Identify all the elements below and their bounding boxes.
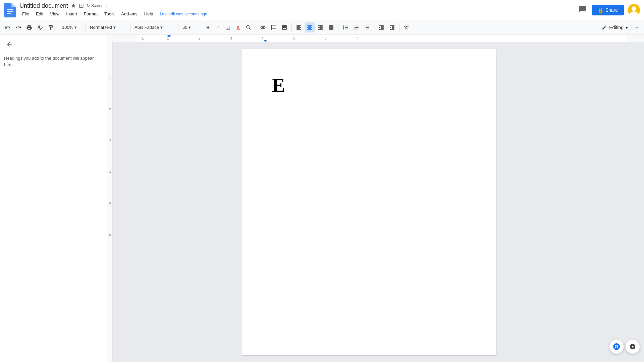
- main-area: Headings you add to the document will ap…: [0, 35, 644, 362]
- document-page[interactable]: E: [241, 49, 496, 355]
- divider-7: [291, 23, 292, 32]
- align-right-button[interactable]: [315, 22, 325, 33]
- right-controls: 🔒 Share: [577, 4, 640, 16]
- spell-check-button[interactable]: [35, 22, 45, 33]
- ruler-indent-marker: [264, 40, 267, 42]
- svg-point-4: [632, 6, 636, 11]
- divider-1: [58, 23, 58, 32]
- svg-rect-1: [7, 11, 13, 12]
- italic-button[interactable]: I: [213, 22, 223, 33]
- zoom-selector[interactable]: 100% ▾: [60, 22, 84, 33]
- zoom-value: 100%: [62, 25, 73, 30]
- ruler-num-neg1: -1: [141, 37, 144, 40]
- increase-indent-button[interactable]: [387, 22, 397, 33]
- ruler-num-2: 2: [199, 37, 201, 40]
- highlight-button[interactable]: [244, 22, 254, 33]
- ruler-track: -1 1 2 3 4 5 6 7: [138, 35, 627, 42]
- decrease-indent-button[interactable]: [376, 22, 386, 33]
- font-chevron: ▾: [160, 25, 163, 30]
- size-value: 60: [182, 25, 187, 30]
- menu-help[interactable]: Help: [142, 10, 156, 18]
- ruler-num-5: 5: [293, 37, 295, 40]
- save-icon: ↻: [87, 3, 90, 8]
- clear-formatting-button[interactable]: [401, 22, 412, 33]
- divider-6: [256, 23, 256, 32]
- zoom-chevron: ▾: [74, 25, 77, 30]
- svg-rect-2: [7, 13, 11, 14]
- share-button[interactable]: 🔒 Share: [592, 5, 624, 15]
- sidebar-back-button[interactable]: [4, 39, 15, 50]
- menu-file[interactable]: File: [19, 10, 32, 18]
- v-ruler-num-5: 5: [107, 202, 113, 205]
- menu-insert[interactable]: Insert: [63, 10, 80, 18]
- menu-format[interactable]: Format: [81, 10, 100, 18]
- redo-button[interactable]: [13, 22, 23, 33]
- menu-view[interactable]: View: [47, 10, 62, 18]
- line-spacing-button[interactable]: [340, 22, 351, 33]
- vertical-ruler: 1 2 3 4 5 6: [107, 42, 113, 362]
- ruler-num-3: 3: [230, 37, 232, 40]
- document-text[interactable]: E: [272, 74, 285, 96]
- collapse-toolbar-button[interactable]: [632, 22, 641, 33]
- v-ruler-num-4: 4: [107, 170, 113, 174]
- v-ruler-num-3: 3: [107, 139, 113, 142]
- user-avatar[interactable]: [628, 4, 640, 16]
- font-selector[interactable]: Abril Fatface ▾: [132, 22, 176, 33]
- style-chevron: ▾: [113, 25, 116, 30]
- ruler-num-7: 7: [356, 37, 358, 40]
- scroll-to-cursor-button[interactable]: [625, 339, 640, 354]
- menu-tools[interactable]: Tools: [102, 10, 117, 18]
- text-color-button[interactable]: A: [233, 22, 243, 33]
- divider-8: [338, 23, 338, 32]
- insert-image-button[interactable]: [279, 22, 289, 33]
- doc-scroll-area[interactable]: 1 2 3 4 5 6 E: [107, 42, 644, 362]
- bullet-list-button[interactable]: [362, 22, 372, 33]
- divider-2: [86, 23, 86, 32]
- menu-edit[interactable]: Edit: [33, 10, 46, 18]
- align-justify-button[interactable]: [326, 22, 336, 33]
- document-text-content[interactable]: E: [272, 73, 466, 97]
- doc-title[interactable]: Untitled document: [19, 2, 68, 9]
- bold-button[interactable]: B: [203, 22, 213, 33]
- ruler-num-6: 6: [325, 37, 327, 40]
- editing-mode-button[interactable]: Editing ▾: [598, 23, 631, 32]
- share-lock-icon: 🔒: [598, 7, 603, 13]
- document-container[interactable]: E: [113, 42, 625, 362]
- divider-3: [130, 23, 130, 32]
- font-value: Abril Fatface: [135, 25, 159, 30]
- v-ruler-num-6: 6: [107, 233, 113, 237]
- style-value: Normal text: [90, 25, 112, 30]
- numbered-list-button[interactable]: [351, 22, 361, 33]
- star-icon[interactable]: ★: [71, 2, 76, 9]
- title-section: Untitled document ★ ⊡ ↻ Saving... File E…: [19, 2, 577, 18]
- toolbar: 100% ▾ Normal text ▾ Abril Fatface ▾ 60 …: [0, 20, 644, 35]
- divider-9: [374, 23, 374, 32]
- title-bar: Untitled document ★ ⊡ ↻ Saving... File E…: [0, 0, 644, 20]
- menu-addons[interactable]: Add-ons: [118, 10, 140, 18]
- insert-link-button[interactable]: [258, 22, 268, 33]
- size-chevron: ▾: [189, 25, 191, 30]
- align-left-button[interactable]: [294, 22, 304, 33]
- last-edit-status[interactable]: Last edit was seconds ago: [160, 12, 207, 16]
- toolbar-right-group: Editing ▾: [598, 22, 641, 33]
- document-content-area: -1 1 2 3 4 5 6 7 1 2 3 4 5 6: [107, 35, 644, 362]
- align-center-button[interactable]: [305, 22, 315, 33]
- undo-button[interactable]: [3, 22, 13, 33]
- paint-format-button[interactable]: [46, 22, 56, 33]
- divider-4: [178, 23, 178, 32]
- share-btn-label: Share: [605, 7, 618, 13]
- folder-icon[interactable]: ⊡: [79, 2, 84, 9]
- right-panel: [625, 42, 644, 362]
- svg-rect-0: [7, 9, 13, 10]
- underline-button[interactable]: U: [223, 22, 233, 33]
- insert-comment-button[interactable]: [269, 22, 279, 33]
- print-button[interactable]: [24, 22, 34, 33]
- docs-icon: [4, 3, 16, 17]
- font-size-selector[interactable]: 60 ▾: [180, 22, 199, 33]
- v-ruler-num-1: 1: [107, 76, 113, 79]
- editing-mode-chevron: ▾: [626, 25, 628, 30]
- doc-title-row: Untitled document ★ ⊡ ↻ Saving...: [19, 2, 577, 9]
- paragraph-style-selector[interactable]: Normal text ▾: [88, 22, 128, 33]
- gemini-ai-button[interactable]: G: [609, 339, 624, 354]
- comments-button[interactable]: [577, 4, 588, 16]
